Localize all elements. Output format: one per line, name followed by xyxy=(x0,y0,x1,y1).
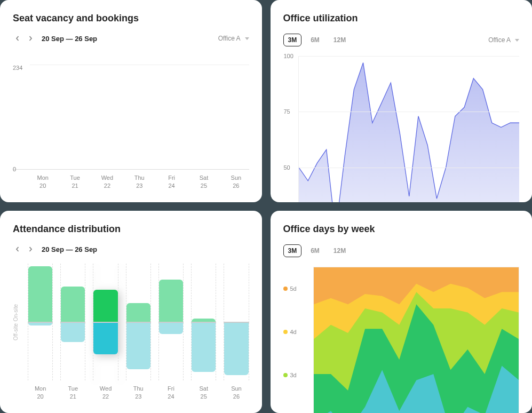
prev-week-button[interactable] xyxy=(13,34,22,43)
office-days-chart: 5d4d3d2d1d SepOct xyxy=(283,267,520,413)
bar-column[interactable] xyxy=(28,264,53,380)
card-office-days: Office days by week 3M6M12M 5d4d3d2d1d S… xyxy=(271,211,533,413)
seat-vacancy-chart: 2340 Mon20Tue21Wed22Thu23Fri24Sat25Sun26 xyxy=(13,53,249,189)
y-tick: 75 xyxy=(284,108,290,115)
onsite-axis-label: On-site xyxy=(13,304,28,321)
x-tick: Tue21 xyxy=(60,385,85,400)
range-pill[interactable]: 6M xyxy=(306,244,324,257)
x-tick: Wed22 xyxy=(93,385,118,400)
card-title: Office days by week xyxy=(283,224,520,235)
next-week-button[interactable] xyxy=(26,34,35,43)
x-tick: Mon20 xyxy=(30,174,55,189)
chevron-down-icon xyxy=(245,37,249,40)
range-pill[interactable]: 3M xyxy=(283,244,302,257)
bar-column[interactable] xyxy=(224,264,249,380)
x-tick: Thu23 xyxy=(126,174,152,189)
bar-column[interactable] xyxy=(158,264,184,380)
x-tick: Tue21 xyxy=(62,174,88,189)
range-selector: 3M6M12M xyxy=(283,244,351,257)
y-tick: 50 xyxy=(284,164,290,171)
date-range-label: 20 Sep — 26 Sep xyxy=(42,35,97,43)
bar-column[interactable] xyxy=(93,264,118,380)
x-tick: Thu23 xyxy=(126,385,151,400)
x-tick: Sat25 xyxy=(191,174,217,189)
card-title: Office utilization xyxy=(283,13,520,24)
x-tick: Sun26 xyxy=(224,385,249,400)
range-selector: 3M6M12M xyxy=(283,34,351,46)
controls-row: 20 Sep — 26 Sep Office A xyxy=(13,34,249,43)
week-nav xyxy=(13,244,35,254)
date-range-label: 20 Sep — 26 Sep xyxy=(42,245,97,253)
card-office-utilization: Office utilization 3M6M12M Office A 1007… xyxy=(271,0,533,202)
controls-row: 3M6M12M xyxy=(283,244,520,257)
controls-row: 20 Sep — 26 Sep xyxy=(13,244,249,254)
range-pill[interactable]: 12M xyxy=(329,244,351,257)
legend-item: 5d xyxy=(283,285,307,292)
bar-column[interactable] xyxy=(191,264,216,380)
prev-week-button[interactable] xyxy=(13,244,22,254)
offsite-axis-label: Off-site xyxy=(13,323,28,340)
card-title: Seat vacancy and bookings xyxy=(13,13,249,24)
range-pill[interactable]: 6M xyxy=(306,34,324,46)
x-tick: Sat25 xyxy=(191,385,216,400)
card-attendance-distribution: Attendance distribution 20 Sep — 26 Sep … xyxy=(0,211,262,413)
utilization-chart: 1007550250 SepOct xyxy=(283,56,520,202)
x-tick: Sun26 xyxy=(223,174,249,189)
office-dropdown[interactable]: Office A xyxy=(488,36,519,44)
legend-item: 3d xyxy=(283,372,307,378)
chevron-down-icon xyxy=(515,39,519,42)
next-week-button[interactable] xyxy=(26,244,35,254)
x-tick: Mon20 xyxy=(28,385,53,400)
controls-row: 3M6M12M Office A xyxy=(283,34,520,46)
bar-column[interactable] xyxy=(60,264,85,380)
range-pill[interactable]: 12M xyxy=(329,34,351,46)
attendance-chart: On-site Off-site xyxy=(13,264,249,380)
week-nav xyxy=(13,34,35,43)
x-tick: Wed22 xyxy=(94,174,120,189)
range-pill[interactable]: 3M xyxy=(283,34,302,46)
y-tick: 234 xyxy=(13,65,22,71)
y-tick: 0 xyxy=(13,166,16,172)
office-dropdown[interactable]: Office A xyxy=(218,35,249,42)
y-tick: 100 xyxy=(284,53,293,59)
card-title: Attendance distribution xyxy=(13,224,249,235)
legend-item: 4d xyxy=(283,329,307,335)
bar-column[interactable] xyxy=(126,264,151,380)
card-seat-vacancy: Seat vacancy and bookings 20 Sep — 26 Se… xyxy=(0,0,262,202)
x-tick: Fri24 xyxy=(158,385,184,400)
x-tick: Fri24 xyxy=(158,174,184,189)
